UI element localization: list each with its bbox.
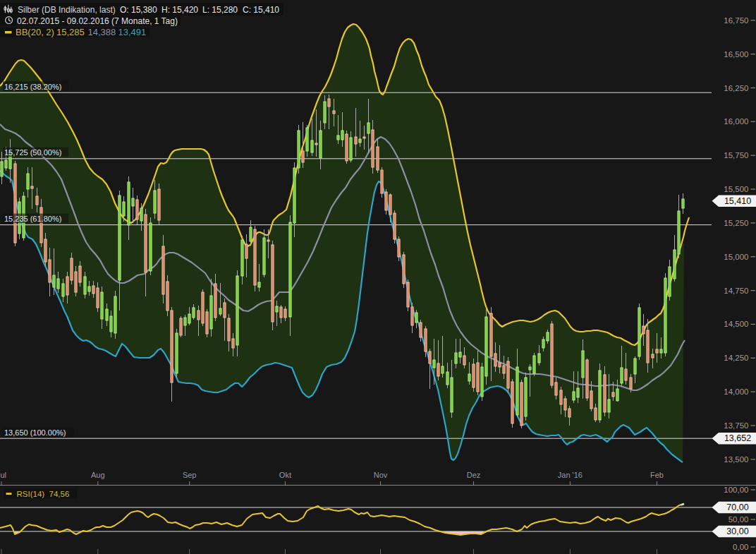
svg-text:14,250: 14,250 xyxy=(724,354,748,362)
svg-text:30,00: 30,00 xyxy=(726,526,748,536)
svg-text:H: 15,420: H: 15,420 xyxy=(161,5,198,15)
svg-text:16,215 (38.20%): 16,215 (38.20%) xyxy=(4,83,61,91)
svg-text:Nov: Nov xyxy=(374,471,388,479)
svg-text:RSI(14) 74,56: RSI(14) 74,56 xyxy=(17,490,70,498)
svg-text:13,500: 13,500 xyxy=(724,455,748,464)
svg-text:Silber (DB Indikation, last): Silber (DB Indikation, last) xyxy=(18,5,116,15)
svg-text:Okt: Okt xyxy=(279,471,291,479)
svg-text:16,500: 16,500 xyxy=(724,50,748,59)
svg-text:L: 15,280: L: 15,280 xyxy=(202,5,238,15)
svg-text:16,250: 16,250 xyxy=(724,84,748,92)
svg-text:50,00: 50,00 xyxy=(728,515,749,524)
svg-text:13,652: 13,652 xyxy=(724,433,751,443)
svg-text:100,00: 100,00 xyxy=(724,486,748,494)
svg-text:Sep: Sep xyxy=(183,471,197,479)
svg-text:14,000: 14,000 xyxy=(724,387,748,396)
svg-text:15,285: 15,285 xyxy=(56,27,85,37)
svg-text:Aug: Aug xyxy=(91,471,105,479)
svg-text:16,750: 16,750 xyxy=(724,16,748,25)
svg-text:13,750: 13,750 xyxy=(724,421,748,430)
svg-text:15,000: 15,000 xyxy=(724,253,748,261)
svg-text:14,750: 14,750 xyxy=(724,287,748,295)
svg-text:BB(20, 2): BB(20, 2) xyxy=(16,27,54,37)
svg-text:15,500: 15,500 xyxy=(724,185,748,193)
svg-text:02.07.2015 - 09.02.2016 (7 Mon: 02.07.2015 - 09.02.2016 (7 Monate, 1 Tag… xyxy=(17,16,178,26)
svg-text:13,650 (100.00%): 13,650 (100.00%) xyxy=(4,428,66,437)
svg-text:Jul: Jul xyxy=(0,471,6,479)
svg-text:15,235 (61.80%): 15,235 (61.80%) xyxy=(4,215,61,223)
svg-text:15,750: 15,750 xyxy=(724,151,748,159)
svg-text:15,725 (50.00%): 15,725 (50.00%) xyxy=(4,148,61,157)
svg-text:13,491: 13,491 xyxy=(118,27,147,37)
svg-text:14,500: 14,500 xyxy=(724,320,748,328)
svg-text:Dez: Dez xyxy=(467,471,481,479)
svg-text:0,00: 0,00 xyxy=(733,543,748,551)
svg-text:14,388: 14,388 xyxy=(88,27,116,37)
svg-text:16,000: 16,000 xyxy=(724,117,748,126)
svg-text:Feb: Feb xyxy=(650,471,664,479)
svg-text:15,250: 15,250 xyxy=(724,219,748,227)
svg-text:70,00: 70,00 xyxy=(726,502,748,512)
svg-text:Jan '16: Jan '16 xyxy=(558,471,583,479)
svg-text:O: 15,380: O: 15,380 xyxy=(120,5,157,15)
svg-text:C: 15,410: C: 15,410 xyxy=(243,5,279,15)
svg-text:15,410: 15,410 xyxy=(724,196,751,206)
